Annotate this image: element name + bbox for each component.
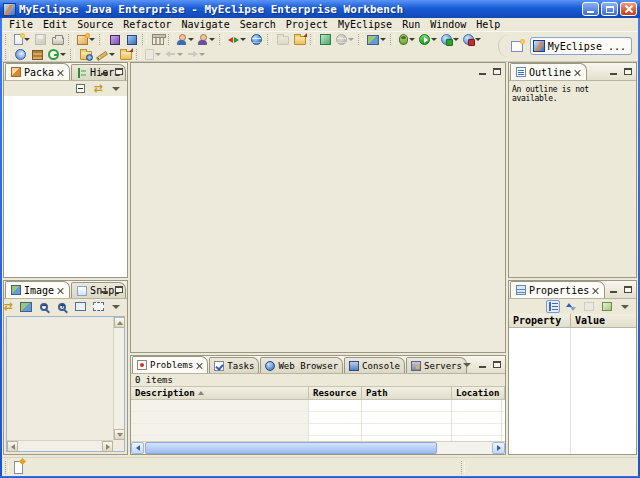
run-server-button[interactable]	[439, 33, 461, 47]
forward-button[interactable]	[185, 48, 207, 62]
web-browser-button[interactable]	[248, 33, 265, 47]
perspective-myeclipse-toggle[interactable]: MyEclipse ...	[530, 37, 632, 55]
fast-view-icon[interactable]	[14, 461, 23, 474]
close-tab-icon[interactable]	[574, 69, 581, 76]
scroll-left-button[interactable]	[131, 442, 144, 454]
report-return-button[interactable]	[291, 33, 308, 47]
minimize-view-button[interactable]	[476, 359, 488, 370]
image-preview-canvas[interactable]	[6, 316, 125, 452]
minimize-view-button[interactable]	[98, 66, 110, 77]
tab-servers[interactable]: Servers	[406, 357, 467, 373]
open-perspective-button[interactable]	[509, 39, 526, 53]
stop-server-button[interactable]	[461, 33, 483, 47]
menu-item-source[interactable]: Source	[72, 19, 118, 30]
column-header-path[interactable]: Path	[362, 387, 452, 399]
scrollbar-thumb[interactable]	[145, 442, 437, 454]
new-property-button[interactable]	[600, 300, 614, 313]
refresh-link-button[interactable]: ⇄	[1, 300, 15, 313]
close-button[interactable]	[620, 2, 637, 16]
new-server-button[interactable]	[317, 33, 334, 47]
new-wizard-button[interactable]	[12, 33, 32, 47]
package-explorer-content[interactable]	[4, 96, 127, 277]
restore-default-button[interactable]	[582, 300, 596, 313]
menu-item-navigate[interactable]: Navigate	[176, 19, 234, 30]
maximize-view-button[interactable]	[622, 66, 634, 77]
show-categories-button[interactable]	[546, 300, 560, 313]
view-menu-button[interactable]	[109, 82, 123, 95]
open-type-button[interactable]	[12, 48, 29, 62]
view-menu-button[interactable]	[461, 359, 473, 370]
toolbar-grip[interactable]	[219, 34, 224, 45]
toolbar-grip[interactable]	[68, 34, 73, 45]
toolbar-grip[interactable]	[136, 49, 141, 60]
toolbar-grip[interactable]	[70, 49, 75, 60]
new-web-component-button[interactable]	[75, 33, 97, 47]
tab-problems[interactable]: Problems	[132, 356, 208, 373]
menu-item-run[interactable]: Run	[397, 19, 425, 30]
zoom-out-button[interactable]: −	[37, 300, 51, 313]
minimize-view-button[interactable]	[607, 284, 619, 295]
maximize-editor-button[interactable]	[491, 66, 503, 77]
tab-outline[interactable]: Outline	[510, 63, 587, 80]
menu-item-refactor[interactable]: Refactor	[118, 19, 176, 30]
column-header-property[interactable]: Property	[509, 314, 571, 327]
horizontal-scrollbar[interactable]	[7, 440, 113, 451]
open-report-button[interactable]	[274, 33, 291, 47]
menu-item-help[interactable]: Help	[471, 19, 505, 30]
scroll-down-button[interactable]	[114, 429, 125, 440]
maximize-view-button[interactable]	[622, 284, 634, 295]
menu-item-file[interactable]: File	[4, 19, 38, 30]
collapse-all-button[interactable]	[73, 82, 87, 95]
close-tab-icon[interactable]	[196, 362, 203, 369]
close-tab-icon[interactable]	[592, 287, 599, 294]
scroll-right-button[interactable]	[492, 442, 505, 454]
menu-item-project[interactable]: Project	[281, 19, 333, 30]
menu-item-window[interactable]: Window	[425, 19, 471, 30]
minimize-view-button[interactable]	[98, 284, 110, 295]
vertical-scrollbar[interactable]	[113, 317, 124, 440]
java-project-button[interactable]	[123, 33, 140, 47]
open-image-button[interactable]	[19, 300, 33, 313]
toolbar-grip[interactable]	[5, 34, 10, 45]
database-explorer-button[interactable]	[149, 33, 166, 47]
toolbar-grip[interactable]	[142, 34, 147, 45]
import-button[interactable]	[117, 48, 134, 62]
last-edit-location-button[interactable]	[143, 48, 163, 62]
tab-properties[interactable]: Properties	[510, 281, 605, 298]
maximize-view-button[interactable]	[113, 66, 125, 77]
column-header-location[interactable]: Location	[452, 387, 505, 399]
menu-item-search[interactable]: Search	[235, 19, 281, 30]
actual-size-button[interactable]	[73, 300, 87, 313]
maximize-view-button[interactable]	[491, 359, 503, 370]
tab-tasks[interactable]: Tasks	[209, 357, 259, 373]
column-header-value[interactable]: Value	[571, 314, 609, 327]
google-search-button[interactable]	[46, 48, 68, 62]
close-tab-icon[interactable]	[57, 69, 64, 76]
menu-item-edit[interactable]: Edit	[38, 19, 72, 30]
scroll-left-button[interactable]	[7, 441, 18, 452]
toolbar-grip[interactable]	[5, 49, 10, 60]
annotate-button[interactable]	[94, 48, 117, 62]
deploy-button[interactable]	[226, 33, 248, 47]
new-class-button[interactable]	[175, 33, 196, 47]
maximize-view-button[interactable]	[113, 284, 125, 295]
maximize-button[interactable]	[601, 2, 618, 16]
toolbar-grip[interactable]	[168, 34, 173, 45]
scroll-up-button[interactable]	[114, 317, 125, 328]
view-menu-button[interactable]	[618, 300, 632, 313]
sort-properties-button[interactable]	[564, 300, 578, 313]
editor-area[interactable]	[130, 62, 506, 353]
properties-table-body[interactable]	[509, 328, 636, 454]
zoom-in-button[interactable]: +	[55, 300, 69, 313]
close-tab-icon[interactable]	[57, 287, 64, 294]
toolbar-grip[interactable]	[267, 34, 272, 45]
minimize-button[interactable]	[582, 2, 599, 16]
back-button[interactable]	[163, 48, 185, 62]
palette-button[interactable]	[29, 48, 46, 62]
debug-button[interactable]	[397, 33, 417, 47]
link-with-editor-button[interactable]: ⇄	[91, 82, 105, 95]
menu-item-myeclipse[interactable]: MyEclipse	[333, 19, 397, 30]
print-button[interactable]	[49, 33, 66, 47]
toolbar-grip[interactable]	[99, 34, 104, 45]
open-resource-button[interactable]	[77, 48, 94, 62]
